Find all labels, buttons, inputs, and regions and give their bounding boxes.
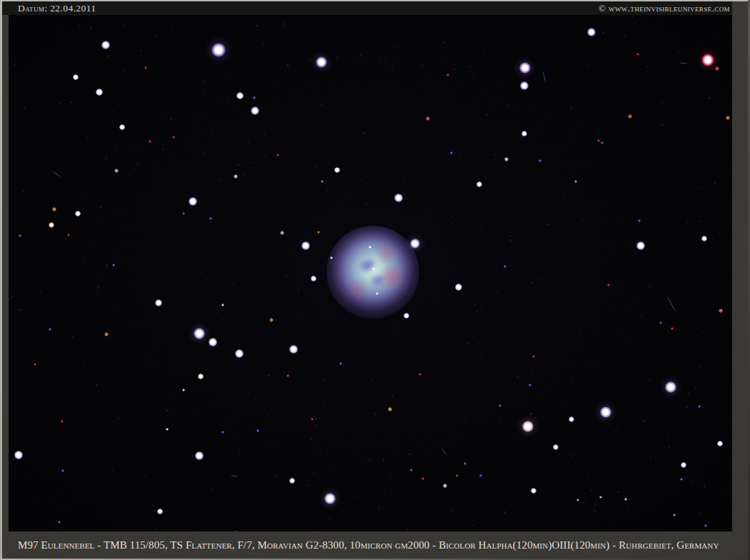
star [715, 66, 719, 70]
star [665, 381, 676, 392]
star [114, 169, 118, 172]
star [189, 197, 196, 205]
star [155, 299, 162, 306]
star [96, 89, 103, 96]
star [324, 493, 335, 504]
star [388, 407, 391, 411]
star [236, 92, 244, 99]
star [14, 451, 22, 459]
frame-edge-top [0, 0, 750, 1]
copyright-label: © www.theinvisibleuniverse.com [599, 3, 732, 14]
starfield [9, 15, 732, 531]
star [269, 318, 273, 321]
caption-bar: M97 Eulennebel - TMB 115/805, TS Flatten… [2, 531, 750, 559]
star [101, 41, 109, 49]
star [455, 284, 462, 291]
star [426, 116, 429, 120]
owl-nebula [326, 226, 419, 319]
star [301, 241, 309, 249]
astrophoto-page: Datum: 22.04.2011 © www.theinvisibleuniv… [0, 0, 750, 560]
star [410, 239, 420, 249]
star [234, 174, 237, 178]
star [636, 241, 644, 249]
star [394, 194, 402, 201]
star [719, 309, 722, 312]
date-label: Datum: 22.04.2011 [2, 3, 96, 14]
star [194, 328, 204, 339]
star [104, 332, 108, 336]
star [211, 43, 226, 57]
star [289, 345, 297, 353]
star [52, 207, 56, 211]
star [280, 231, 284, 234]
star [443, 484, 446, 487]
frame-edge-left [0, 0, 2, 560]
star [504, 157, 508, 161]
star [701, 54, 714, 66]
nebula-eye-right [368, 271, 389, 289]
star [235, 349, 243, 357]
star [209, 338, 216, 346]
star [726, 116, 729, 119]
title-bar: Datum: 22.04.2011 © www.theinvisibleuniv… [2, 1, 732, 15]
star [195, 451, 203, 459]
image-caption: M97 Eulennebel - TMB 115/805, TS Flatten… [2, 539, 719, 551]
star [628, 114, 631, 118]
